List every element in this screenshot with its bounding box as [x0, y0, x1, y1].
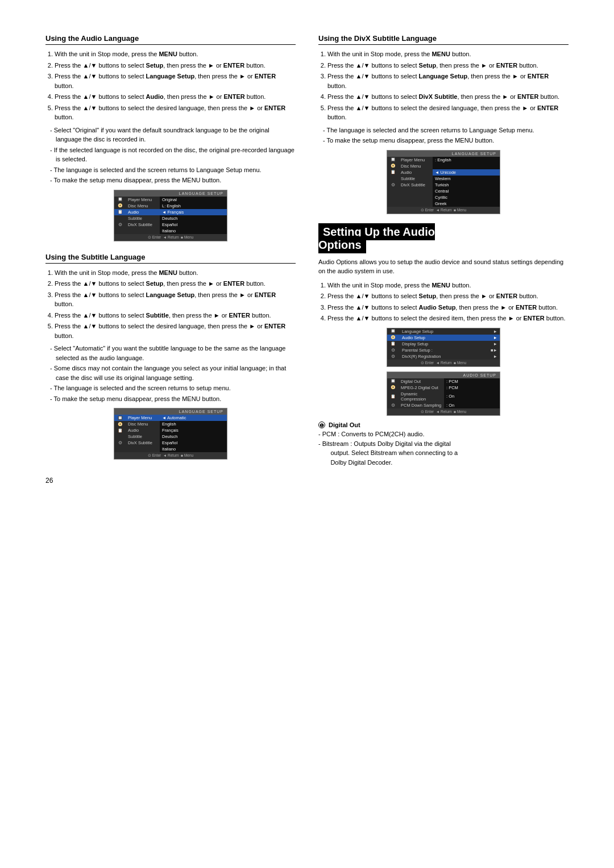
screen-mockup-audio-lang: LANGUAGE SETUP 🔲 Player Menu Original 📀 … — [114, 190, 227, 241]
step-item: Press the ▲/▼ buttons to select Language… — [55, 290, 296, 309]
digital-out-notes: ❶ Digital Out - PCM : Converts to PCM(2C… — [318, 420, 569, 468]
step-item: With the unit in Stop mode, press the ME… — [327, 281, 569, 290]
step-item: Press the ▲/▼ buttons to select Setup, t… — [55, 61, 296, 70]
digital-out-note-bitstream: - Bitstream : Outputs Dolby Digital via … — [318, 439, 569, 468]
note-item: To make the setup menu disappear, press … — [50, 394, 296, 404]
note-item: Select "Original" if you want the defaul… — [50, 126, 296, 144]
note-item: Some discs may not contain the language … — [50, 364, 296, 382]
step-item: Press the ▲/▼ buttons to select the desi… — [55, 103, 296, 122]
page-number: 26 — [45, 477, 296, 485]
note-item: Select "Automatic" if you want the subti… — [50, 344, 296, 362]
step-item: Press the ▲/▼ buttons to select Setup, t… — [327, 291, 569, 301]
subtitle-language-notes: Select "Automatic" if you want the subti… — [45, 344, 296, 403]
step-item: With the unit in Stop mode, press the ME… — [55, 49, 296, 59]
note-item: The language is selected and the screen … — [50, 165, 296, 175]
note-item: If the selected language is not recorded… — [50, 145, 296, 164]
audio-language-steps: With the unit in Stop mode, press the ME… — [45, 49, 296, 122]
divx-subtitle-notes: The language is selected and the screen … — [318, 126, 569, 145]
step-item: Press the ▲/▼ buttons to select DivX Sub… — [327, 92, 569, 102]
note-item: To make the setup menu disappear, press … — [50, 176, 296, 185]
audio-options-title: Setting Up the AudioOptions — [318, 223, 435, 253]
step-item: Press the ▲/▼ buttons to select Setup, t… — [327, 61, 569, 70]
divx-subtitle-section: Using the DivX Subtitle Language With th… — [318, 34, 569, 214]
left-column: Using the Audio Language With the unit i… — [45, 34, 296, 485]
subtitle-language-title: Using the Subtitle Language — [45, 253, 296, 264]
step-item: With the unit in Stop mode, press the ME… — [55, 268, 296, 278]
step-item: Press the ▲/▼ buttons to select Language… — [327, 72, 569, 90]
audio-language-notes: Select "Original" if you want the defaul… — [45, 126, 296, 185]
audio-language-title: Using the Audio Language — [45, 34, 296, 45]
step-item: Press the ▲/▼ buttons to select Audio Se… — [327, 303, 569, 312]
audio-options-intro: Audio Options allows you to setup the au… — [318, 257, 569, 276]
subtitle-language-steps: With the unit in Stop mode, press the ME… — [45, 268, 296, 341]
audio-options-steps: With the unit in Stop mode, press the ME… — [318, 281, 569, 323]
screen-mockup-subtitle-lang: LANGUAGE SETUP 🔲 Player Menu ◄ Automatic… — [114, 408, 227, 460]
subtitle-language-section: Using the Subtitle Language With the uni… — [45, 253, 296, 460]
divx-subtitle-steps: With the unit in Stop mode, press the ME… — [318, 49, 569, 122]
note-item: The language is selected and the screen … — [323, 126, 569, 135]
screen-mockup-menu: 🔲 Language Setup ► 📀 Audio Setup ► 📋 Dis… — [387, 328, 500, 367]
audio-options-section: Setting Up the AudioOptions Audio Option… — [318, 226, 569, 468]
step-item: Press the ▲/▼ buttons to select the desi… — [327, 103, 569, 122]
audio-options-title-container: Setting Up the AudioOptions — [318, 226, 569, 252]
note-item: The language is selected and the screen … — [50, 383, 296, 393]
digital-out-note-pcm: - PCM : Converts to PCM(2CH) audio. — [318, 429, 569, 439]
step-item: Press the ▲/▼ buttons to select Setup, t… — [55, 279, 296, 289]
step-item: Press the ▲/▼ buttons to select the desi… — [55, 322, 296, 340]
step-item: Press the ▲/▼ buttons to select Language… — [55, 72, 296, 90]
screen-mockup-audio-setup: AUDIO SETUP 🔲 Digital Out : PCM 📀 MPEG-2… — [387, 372, 500, 416]
step-item: Press the ▲/▼ buttons to select Subtitle… — [55, 311, 296, 320]
divx-subtitle-title: Using the DivX Subtitle Language — [318, 34, 569, 45]
step-item: Press the ▲/▼ buttons to select the desi… — [327, 314, 569, 323]
right-column: Using the DivX Subtitle Language With th… — [318, 34, 569, 485]
step-item: Press the ▲/▼ buttons to select Audio, t… — [55, 92, 296, 102]
note-item: To make the setup menu disappear, press … — [323, 136, 569, 145]
digital-out-label: ❶ Digital Out — [318, 420, 569, 430]
step-item: With the unit in Stop mode, press the ME… — [327, 49, 569, 59]
audio-language-section: Using the Audio Language With the unit i… — [45, 34, 296, 241]
screen-mockup-divx-lang: LANGUAGE SETUP 🔲 Player Menu : English 📀… — [387, 150, 500, 214]
